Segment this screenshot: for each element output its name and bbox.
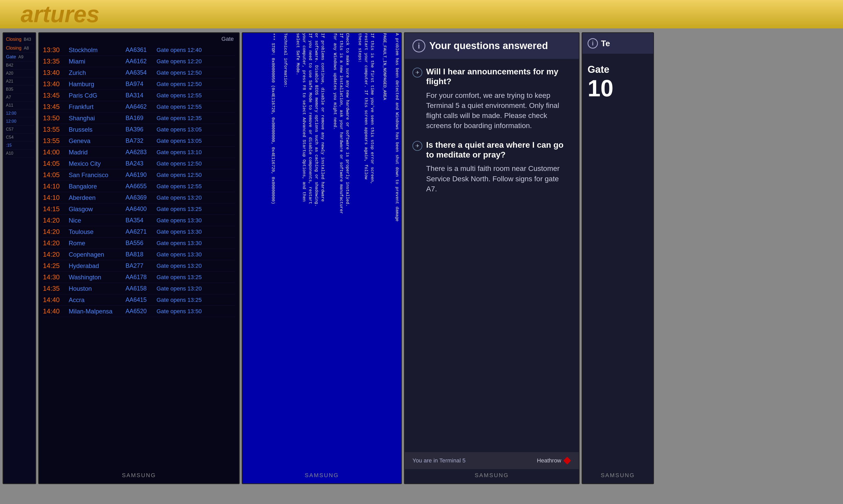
flight-time: 13:30 <box>43 46 69 54</box>
table-row: 14:10BangaloreAA6655Gate opens 12:55 <box>43 181 235 192</box>
list-item: :15 <box>5 142 34 149</box>
time-label: :15 <box>6 143 12 148</box>
flight-destination: Nice <box>69 217 126 224</box>
heathrow-label: Heathrow <box>537 457 561 464</box>
flight-destination: Copenhagen <box>69 251 126 258</box>
table-row: 14:25HyderabadBA277Gate opens 13:20 <box>43 260 235 272</box>
gate-info: Gate opens 12:20 <box>157 58 235 65</box>
bsod-line12: your computer, press F8 to select Advanc… <box>302 38 306 202</box>
bsod-line10: or software. Disable BIOS memory options… <box>314 38 319 206</box>
list-item: A21 <box>5 77 34 86</box>
flight-number: BA243 <box>126 160 157 167</box>
table-row: 14:40AccraAA6415Gate opens 13:25 <box>43 294 235 306</box>
flight-destination: Milan-Malpensa <box>69 308 126 315</box>
bsod-line9: If problems continue, disable or remove … <box>320 38 325 202</box>
table-row: 13:50ShanghaiBA169Gate opens 12:35 <box>43 112 235 124</box>
gate-info: Gate opens 13:30 <box>157 251 235 258</box>
flight-time: 14:05 <box>43 160 69 167</box>
terminal-label: You are in Terminal 5 <box>412 457 465 464</box>
bsod-stop-code: *** STOP: 0x00000050 (0x4E116720, 0x0000… <box>271 38 275 204</box>
flight-time: 14:15 <box>43 205 69 213</box>
table-row: 13:35MiamiAA6162Gate opens 12:20 <box>43 56 235 67</box>
flight-destination: Geneva <box>69 137 126 145</box>
gate-label: A11 <box>6 103 13 108</box>
qa-question-2: ✈ Is there a quiet area where I can go t… <box>412 140 571 160</box>
table-row: 14:20RomeBA556Gate opens 13:30 <box>43 237 235 249</box>
screen-bsod: A problem has been detected and Windows … <box>242 32 402 484</box>
list-item: A7 <box>5 93 34 102</box>
bsod-line8: for any Windows updates you might need. <box>333 38 337 130</box>
list-item: A20 <box>5 70 34 77</box>
heathrow-branding: Heathrow <box>537 457 571 465</box>
flight-number: AA6178 <box>126 274 157 281</box>
gate-number-right: 10 <box>588 75 613 101</box>
flight-destination: Bangalore <box>69 183 126 190</box>
top-bar: artures <box>0 0 843 29</box>
gate-info: Gate opens 12:50 <box>157 81 235 88</box>
flight-destination: Rome <box>69 240 126 247</box>
bsod-line5: these steps: <box>357 38 362 63</box>
gate-label: A7 <box>6 95 11 100</box>
list-item: Gate A9 <box>5 53 34 61</box>
list-item: Closing A8 <box>5 44 34 53</box>
table-row: 14:00MadridAA6283Gate opens 13:10 <box>43 147 235 158</box>
table-row: 14:40Milan-MalpensaAA6520Gate opens 13:5… <box>43 306 235 317</box>
right-header-title: Te <box>601 39 610 48</box>
table-row: 13:40HamburgBA974Gate opens 12:50 <box>43 78 235 90</box>
flight-number: BA169 <box>126 115 157 122</box>
flight-rows: 13:30StockholmAA6361Gate opens 12:4013:3… <box>43 44 235 317</box>
info-icon: i <box>412 39 425 52</box>
flight-time: 13:40 <box>43 80 69 88</box>
flight-destination: Shanghai <box>69 115 126 122</box>
flight-time: 14:05 <box>43 171 69 179</box>
gate-info: Gate opens 12:55 <box>157 104 235 110</box>
info-body: ✈ Will I hear announcements for my fligh… <box>405 59 579 483</box>
gate-status: Gate <box>6 54 16 60</box>
gate-info: Gate opens 13:20 <box>157 263 235 269</box>
samsung-logo-right: SAMSUNG <box>601 472 635 479</box>
gate-label: C54 <box>6 135 14 140</box>
flight-time: 13:35 <box>43 57 69 65</box>
samsung-logo-bsod: SAMSUNG <box>305 472 339 479</box>
flight-number: BA396 <box>126 126 157 133</box>
flight-time: 14:10 <box>43 194 69 202</box>
right-partial-header: i Te <box>582 33 653 54</box>
qa-question-1: ✈ Will I hear announcements for my fligh… <box>412 67 571 87</box>
gate-info: Gate opens 13:10 <box>157 149 235 156</box>
gate-label: A20 <box>6 71 13 76</box>
gate-info: Gate opens 13:30 <box>157 217 235 224</box>
list-item: C54 <box>5 133 34 142</box>
flight-time: 14:10 <box>43 182 69 190</box>
gate-label: B42 <box>6 63 13 68</box>
flight-destination: Mexico City <box>69 160 126 167</box>
gate-column-header: Gate <box>221 36 234 42</box>
list-item: A10 <box>5 149 34 158</box>
table-row: 14:20CopenhagenBA818Gate opens 13:30 <box>43 249 235 260</box>
gate-info: Gate opens 13:30 <box>157 229 235 235</box>
info-screen-title: Your questions answered <box>429 40 548 52</box>
gate-label-right: Gate 10 <box>588 64 648 102</box>
flight-time: 14:20 <box>43 239 69 247</box>
flight-number: AA6655 <box>126 183 157 190</box>
closing-label: Closing <box>6 37 21 42</box>
flight-number: AA6361 <box>126 47 157 53</box>
bsod-line11: If you need to use Safe Mode to remove o… <box>308 38 312 204</box>
gate-label: A21 <box>6 79 13 84</box>
list-item: C57 <box>5 125 34 133</box>
gate-info: Gate opens 12:40 <box>157 47 235 53</box>
table-row: 13:45FrankfurtAA6462Gate opens 12:55 <box>43 101 235 112</box>
flight-number: AA6283 <box>126 149 157 156</box>
bsod-line2: PAGE_FAULT_IN_NONPAGED_AREA <box>382 38 387 100</box>
flight-number: AA6462 <box>126 103 157 110</box>
gate-info: Gate opens 13:25 <box>157 297 235 303</box>
flight-number: AA6400 <box>126 205 157 213</box>
flight-number: AA6520 <box>126 308 157 315</box>
flight-number: AA6190 <box>126 172 157 178</box>
table-row: 13:30StockholmAA6361Gate opens 12:40 <box>43 44 235 56</box>
bsod-line6: Check to make sure any new hardware or s… <box>345 38 350 206</box>
table-row: 13:55BrusselsBA396Gate opens 13:05 <box>43 124 235 135</box>
flight-destination: Brussels <box>69 126 126 133</box>
gate-info: Gate opens 12:50 <box>157 70 235 76</box>
flight-number: BA314 <box>126 92 157 99</box>
flight-number: AA6162 <box>126 58 157 65</box>
